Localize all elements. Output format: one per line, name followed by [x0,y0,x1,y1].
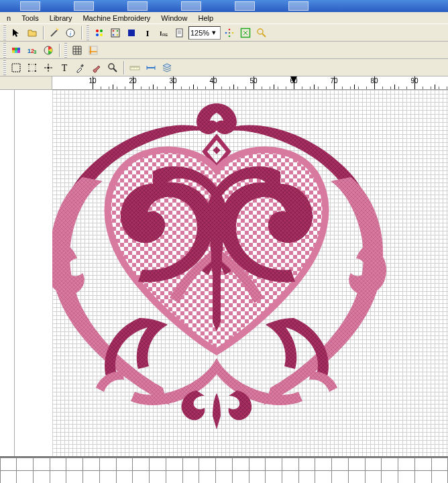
svg-rect-44 [29,64,36,71]
info-cell [348,470,366,484]
palette-button[interactable] [9,43,23,58]
info-cell [132,458,150,471]
text-ire-button[interactable]: IRE [156,25,171,40]
info-cell [315,470,332,484]
menu-n[interactable]: n [1,13,16,23]
info-cell [265,458,282,471]
ruler-tick-label: 20 [129,77,136,85]
open-button[interactable] [25,25,40,40]
ruler-tick-label: 90 [410,77,418,85]
select-rect-button[interactable] [9,60,23,75]
four-dots-a-button[interactable] [92,25,107,40]
ruler-area: 102030405060708090 [0,76,448,90]
grid-toggle-button[interactable] [70,43,85,58]
page-button[interactable] [172,25,187,40]
layers-button[interactable] [160,60,174,75]
ruler-tick-label: 80 [370,77,378,85]
info-cell [348,458,366,471]
menu-machine-embroidery[interactable]: Machine Embroidery [77,13,156,23]
info-cell [199,458,216,471]
svg-rect-61 [213,146,220,154]
svg-line-53 [113,68,117,72]
magnifier-button[interactable] [254,25,269,40]
svg-rect-14 [128,30,135,36]
eyedropper-button[interactable] [73,60,88,75]
four-dots-b-button[interactable] [108,25,123,40]
design-canvas[interactable] [52,90,448,462]
svg-point-52 [109,64,114,69]
info-cell [16,458,34,471]
info-cell [232,458,249,471]
info-cell [331,458,349,471]
menu-bar: n Tools Library Machine Embroidery Windo… [0,12,448,24]
ruler-tick-label: 30 [169,77,176,85]
ruler-tick-label: 40 [209,77,217,85]
info-cell [182,470,200,484]
svg-point-45 [28,64,30,65]
info-cell [199,470,216,484]
ruler-vertical[interactable] [0,90,15,462]
zoom-combobox[interactable]: 125% ▾ [188,26,221,40]
info-cell [166,458,183,471]
menu-library[interactable]: Library [44,13,78,23]
info-cell [398,458,415,471]
svg-point-12 [113,34,115,36]
info-button[interactable]: i [63,25,78,40]
fill-square-button[interactable] [124,25,139,40]
svg-rect-30 [12,48,15,50]
left-gutter [15,90,52,462]
main-area [0,90,448,462]
ruler-corner [0,76,52,90]
info-cell [315,458,332,471]
cursor-tool-button[interactable] [9,25,23,40]
info-cell [0,458,17,471]
info-cell [82,470,100,484]
zoom-tool-button[interactable] [105,60,120,75]
info-cell [16,470,34,484]
cross-dots-button[interactable] [222,25,237,40]
menu-window[interactable]: Window [156,13,192,23]
svg-rect-34 [15,50,17,53]
svg-point-10 [113,30,115,32]
svg-point-46 [35,64,36,65]
titlebar-strip [0,0,448,12]
info-cell [282,458,299,471]
text-tool-button[interactable]: T [57,60,72,75]
ruler-horizontal[interactable]: 102030405060708090 [52,76,448,89]
measure-button[interactable] [127,60,142,75]
svg-point-22 [229,28,231,30]
ruler-marker[interactable] [290,76,297,83]
text-i-button[interactable]: I [140,25,155,40]
point-tool-button[interactable] [41,60,56,75]
cross-stitch-artwork [52,90,448,462]
guides-toggle-button[interactable] [86,43,101,58]
info-cell [166,470,183,484]
svg-rect-35 [17,50,20,53]
info-cell [33,458,50,471]
menu-help[interactable]: Help [192,13,219,23]
chevron-down-icon: ▾ [209,28,219,37]
color-circle-button[interactable] [41,43,56,58]
svg-text:T: T [62,63,68,73]
info-cell [33,470,50,484]
fit-view-button[interactable] [238,25,253,40]
menu-tools[interactable]: Tools [16,13,44,23]
info-cell [116,458,133,471]
svg-point-7 [96,34,99,36]
info-cell [381,458,398,471]
svg-line-29 [262,34,266,37]
info-cell [414,458,432,471]
brush-button[interactable] [89,60,104,75]
wand-button[interactable] [47,25,62,40]
svg-point-47 [28,70,30,72]
svg-point-24 [225,32,227,34]
guide-line-button[interactable] [144,60,158,75]
ruler-tick-label: 50 [249,77,257,85]
info-cell [215,458,233,471]
info-cell [149,470,166,484]
select-points-button[interactable] [25,60,40,75]
color-info-strip [0,456,448,483]
numbered-list-button[interactable]: 123 [25,43,40,58]
svg-point-25 [232,32,234,34]
toolbar-1: i I IRE 125% ▾ [0,24,448,42]
